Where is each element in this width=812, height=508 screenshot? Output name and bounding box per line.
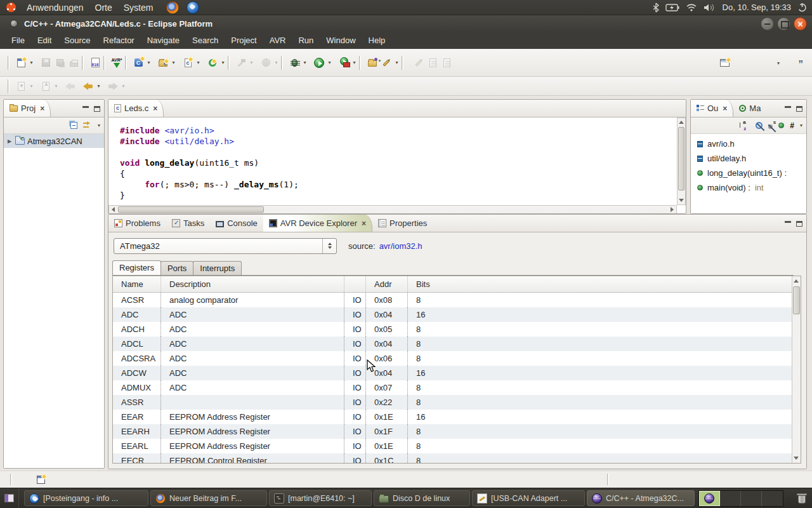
avr-upload-button[interactable]: AVR* xyxy=(110,55,124,70)
menu-file[interactable]: File xyxy=(5,32,31,49)
new-c-module-dropdown[interactable]: ▾ xyxy=(145,55,152,70)
menu-source[interactable]: Source xyxy=(58,32,96,49)
run-button[interactable] xyxy=(312,55,326,70)
menu-run[interactable]: Run xyxy=(292,32,320,49)
new-c-file-dropdown[interactable]: ▾ xyxy=(195,55,202,70)
close-icon[interactable]: × xyxy=(721,104,727,113)
workspace-4[interactable] xyxy=(762,491,783,506)
table-row-eear[interactable]: EEAREEPROM Address RegisterIO0x1E16 xyxy=(113,410,801,424)
menu-search[interactable]: Search xyxy=(186,32,225,49)
link-with-editor-icon[interactable] xyxy=(83,122,92,130)
external-tools-button[interactable] xyxy=(337,55,351,70)
search-button[interactable] xyxy=(379,55,393,70)
print-button[interactable] xyxy=(67,55,81,70)
panel-menu-system[interactable]: System xyxy=(118,0,159,15)
show-desktop-button[interactable] xyxy=(0,488,19,508)
toggle-mark-occurrences-button[interactable] xyxy=(412,55,426,70)
clock[interactable]: Do, 10. Sep, 19:33 xyxy=(723,3,791,12)
open-perspective-button[interactable] xyxy=(718,55,732,70)
search-dropdown[interactable]: ▾ xyxy=(393,55,400,70)
minimize-view-icon[interactable] xyxy=(82,106,89,108)
new-wizard-button[interactable] xyxy=(14,55,28,70)
tab-console[interactable]: Console xyxy=(210,215,263,232)
save-button[interactable] xyxy=(39,55,53,70)
maximize-button[interactable] xyxy=(777,17,790,30)
debug-dropdown[interactable]: ▾ xyxy=(301,55,308,70)
table-row-assr[interactable]: ASSRIO0x228 xyxy=(113,395,801,410)
view-menu-icon[interactable]: ▾ xyxy=(800,123,802,128)
table-row-adcl[interactable]: ADCLADCIO0x048 xyxy=(113,337,801,351)
debug-button[interactable] xyxy=(287,55,301,70)
taskbar-window-disco-d-de-linux[interactable]: Disco D de linux xyxy=(374,490,470,506)
close-button[interactable] xyxy=(794,17,807,30)
taskbar-window-martin-e6410[interactable]: [martin@E6410: ~] xyxy=(269,490,372,506)
tab-tasks[interactable]: Tasks xyxy=(166,215,210,232)
forward-dropdown[interactable]: ▾ xyxy=(120,79,127,94)
menu-edit[interactable]: Edit xyxy=(31,32,58,49)
menu-refactor[interactable]: Refactor xyxy=(97,32,141,49)
maximize-view-icon[interactable] xyxy=(94,106,100,112)
ubuntu-logo-icon[interactable] xyxy=(6,3,16,12)
table-vertical-scrollbar[interactable] xyxy=(792,276,801,463)
outline-item-util-delay-h[interactable]: util/delay.h xyxy=(691,151,806,166)
subtab-interrupts[interactable]: Interrupts xyxy=(193,261,242,275)
taskbar-window-usb-can-adapert[interactable]: [USB-CAN Adapert ... xyxy=(472,490,585,506)
new-c-project-dropdown[interactable]: ▾ xyxy=(219,55,226,70)
editor-vertical-scrollbar[interactable] xyxy=(677,117,686,205)
menu-help[interactable]: Help xyxy=(362,32,392,49)
minimize-view-icon[interactable] xyxy=(785,221,791,223)
taskbar-window-neuer-beitrag-im-f[interactable]: Neuer Beitrag im F... xyxy=(150,490,267,506)
subtab-ports[interactable]: Ports xyxy=(160,261,193,275)
open-element-button[interactable] xyxy=(365,55,379,70)
editor-body[interactable]: #include <avr/io.h>#include <util/delay.… xyxy=(108,117,686,214)
collapse-all-icon[interactable] xyxy=(70,122,77,129)
editor-horizontal-scrollbar[interactable] xyxy=(108,205,677,214)
next-annotation-dropdown[interactable]: ▾ xyxy=(28,79,35,94)
code-area[interactable]: #include <avr/io.h>#include <util/delay.… xyxy=(108,117,677,205)
maximize-view-icon[interactable] xyxy=(796,106,802,112)
battery-icon[interactable] xyxy=(665,4,679,11)
fast-view-icon[interactable] xyxy=(37,476,45,484)
menu-window[interactable]: Window xyxy=(320,32,362,49)
toolbar-overflow-chevron[interactable]: ” xyxy=(799,58,804,69)
new-wizard-dropdown[interactable]: ▾ xyxy=(28,55,35,70)
new-c-file-button[interactable]: c xyxy=(181,55,195,70)
taskbar-window-posteingang-info[interactable]: [Posteingang - info ... xyxy=(24,490,148,506)
new-c-project-button[interactable] xyxy=(206,55,219,70)
subtab-registers[interactable]: Registers xyxy=(112,260,161,275)
close-icon[interactable]: × xyxy=(39,104,44,113)
hide-non-public-icon[interactable] xyxy=(778,123,784,128)
hide-static-members-icon[interactable] xyxy=(768,124,773,129)
workspace-2[interactable] xyxy=(720,491,741,506)
wifi-icon[interactable] xyxy=(686,3,697,11)
run-dropdown[interactable]: ▾ xyxy=(326,55,333,70)
table-row-eearl[interactable]: EEARLEEPROM Address RegisterIO0x1E8 xyxy=(113,439,801,453)
tab-make-targets[interactable]: Ma xyxy=(733,100,766,117)
tab-project-explorer[interactable]: Proj × xyxy=(4,100,51,117)
table-row-adcw[interactable]: ADCWADCIO0x0416 xyxy=(113,366,801,380)
column-header-name[interactable]: Name xyxy=(113,276,161,292)
next-annotation-button[interactable] xyxy=(14,79,28,94)
build-all-button[interactable] xyxy=(259,55,273,70)
table-row-adcsra[interactable]: ADCSRAADCIO0x068 xyxy=(113,351,801,366)
back-dropdown[interactable]: ▾ xyxy=(95,79,102,94)
table-row-eearh[interactable]: EEARHEEPROM Address RegisterIO0x1F8 xyxy=(113,424,801,439)
close-icon[interactable]: × xyxy=(360,219,366,228)
column-header-io[interactable] xyxy=(344,276,366,292)
menu-avr[interactable]: AVR xyxy=(263,32,292,49)
show-source-button[interactable] xyxy=(426,55,440,70)
back-button[interactable] xyxy=(81,79,95,94)
table-row-adc[interactable]: ADCADCIO0x0416 xyxy=(113,307,801,322)
last-edit-location-button[interactable] xyxy=(63,79,77,94)
source-file-link[interactable]: avr/iom32.h xyxy=(379,241,422,251)
column-header-description[interactable]: Description xyxy=(161,276,344,292)
sort-alphabetically-icon[interactable] xyxy=(741,121,750,130)
thunderbird-launcher-icon[interactable] xyxy=(187,1,199,14)
binary-file-button[interactable]: 010 xyxy=(88,55,102,70)
window-titlebar[interactable]: C/C++ - Atmega32CAN/Leds.c - Eclipse Pla… xyxy=(0,15,812,32)
forward-button[interactable] xyxy=(106,79,120,94)
build-button[interactable] xyxy=(234,55,248,70)
bluetooth-icon[interactable] xyxy=(653,3,659,13)
firefox-launcher-icon[interactable] xyxy=(166,1,179,14)
column-header-addr[interactable]: Addr xyxy=(366,276,408,292)
